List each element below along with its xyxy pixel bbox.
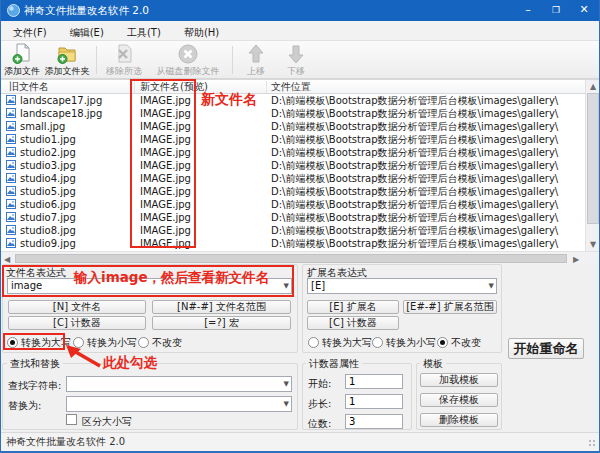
- insert-extension-button[interactable]: [E] 扩展名: [307, 300, 399, 314]
- delete-from-disk-button[interactable]: 从磁盘删除文件: [150, 43, 226, 78]
- remove-selected-button[interactable]: 移除所选: [100, 43, 148, 78]
- move-up-button[interactable]: 上移: [238, 43, 274, 78]
- chevron-down-icon[interactable]: ▼: [284, 279, 289, 293]
- find-replace-title: 查找和替换: [7, 357, 63, 371]
- menu-help[interactable]: 帮助(H): [175, 23, 228, 42]
- old-filename-cell: studio7.jpg: [20, 211, 76, 224]
- horizontal-scrollbar[interactable]: ◀ ▶: [1, 251, 599, 264]
- table-row[interactable]: landscape18.jpg IMAGE.jpg D:\前端模板\Bootst…: [1, 107, 585, 120]
- old-filename-cell: studio1.jpg: [20, 133, 76, 146]
- column-header-old-name[interactable]: 旧文件名: [9, 80, 49, 94]
- annotation-input-hint: 输入image，然后查看新文件名: [74, 269, 269, 287]
- window-title: 神奇文件批量改名软件 2.0: [24, 0, 149, 21]
- table-row[interactable]: studio5.jpg IMAGE.jpg D:\前端模板\Bootstrap数…: [1, 185, 585, 198]
- old-filename-cell: studio3.jpg: [20, 159, 76, 172]
- table-row[interactable]: studio6.jpg IMAGE.jpg D:\前端模板\Bootstrap数…: [1, 198, 585, 211]
- table-row[interactable]: small.jpg IMAGE.jpg D:\前端模板\Bootstrap数据分…: [1, 120, 585, 133]
- table-row[interactable]: studio8.jpg IMAGE.jpg D:\前端模板\Bootstrap数…: [1, 224, 585, 237]
- resize-grip[interactable]: [589, 440, 597, 448]
- extension-expression-input[interactable]: [E]▼: [307, 278, 497, 294]
- add-files-button[interactable]: 添加文件: [2, 43, 42, 78]
- insert-name-button[interactable]: [N] 文件名: [8, 300, 146, 314]
- chevron-down-icon[interactable]: ▼: [284, 377, 289, 391]
- menu-tools[interactable]: 工具(T): [118, 23, 170, 42]
- scroll-right-icon[interactable]: ▶: [573, 255, 579, 264]
- new-filename-cell: IMAGE.jpg: [140, 172, 191, 185]
- chevron-down-icon[interactable]: ▼: [489, 279, 494, 293]
- extension-lowercase-radio[interactable]: 转换为小写: [372, 336, 436, 350]
- scroll-down-icon[interactable]: ▼: [586, 240, 600, 249]
- delete-template-button[interactable]: 删除模板: [420, 413, 498, 427]
- file-path-cell: D:\前端模板\Bootstrap数据分析管理后台模板\images\galle…: [271, 224, 558, 237]
- old-filename-cell: studio9.jpg: [20, 237, 76, 250]
- load-template-button[interactable]: 加载模板: [420, 373, 498, 387]
- old-filename-cell: landscape17.jpg: [20, 94, 102, 107]
- old-filename-cell: landscape18.jpg: [20, 107, 102, 120]
- annotation-new-name-label: 新文件名: [201, 91, 257, 109]
- insert-counter-button[interactable]: [C] 计数器: [8, 316, 146, 330]
- horizontal-scroll-thumb[interactable]: [15, 254, 567, 263]
- table-row[interactable]: studio2.jpg IMAGE.jpg D:\前端模板\Bootstrap数…: [1, 146, 585, 159]
- new-filename-cell: IMAGE.jpg: [140, 107, 191, 120]
- insert-macro-button[interactable]: [=?] 宏: [152, 316, 291, 330]
- vertical-scroll-thumb[interactable]: [587, 93, 599, 224]
- minimize-button[interactable]: –: [514, 0, 542, 21]
- counter-start-label: 开始:: [308, 377, 331, 391]
- counter-title: 计数器属性: [306, 357, 362, 371]
- replace-with-input[interactable]: ▼: [66, 396, 292, 412]
- table-row[interactable]: studio3.jpg IMAGE.jpg D:\前端模板\Bootstrap数…: [1, 159, 585, 172]
- menu-file[interactable]: 文件(F): [4, 23, 56, 42]
- file-path-cell: D:\前端模板\Bootstrap数据分析管理后台模板\images\galle…: [271, 120, 558, 133]
- save-template-button[interactable]: 保存模板: [420, 393, 498, 407]
- counter-step-input[interactable]: [345, 394, 403, 409]
- toolbar-separator: [232, 46, 233, 74]
- status-bar: 神奇文件批量改名软件 2.0: [0, 432, 600, 451]
- new-filename-cell: IMAGE.jpg: [140, 185, 191, 198]
- add-file-icon: [12, 43, 32, 65]
- insert-extension-range-button[interactable]: [E#-#] 扩展名范围: [403, 300, 497, 314]
- find-string-input[interactable]: ▼: [66, 376, 292, 392]
- scroll-up-icon[interactable]: ▲: [586, 82, 600, 91]
- filename-nochange-radio[interactable]: 不改变: [138, 336, 182, 350]
- add-folder-button[interactable]: 添加文件夹: [42, 43, 92, 78]
- toolbar-separator: [96, 46, 97, 74]
- file-path-cell: D:\前端模板\Bootstrap数据分析管理后台模板\images\galle…: [271, 107, 558, 120]
- new-filename-cell: IMAGE.jpg: [140, 224, 191, 237]
- file-path-cell: D:\前端模板\Bootstrap数据分析管理后台模板\images\galle…: [271, 237, 558, 250]
- new-filename-cell: IMAGE.jpg: [140, 120, 191, 133]
- file-path-cell: D:\前端模板\Bootstrap数据分析管理后台模板\images\galle…: [271, 133, 558, 146]
- template-title: 模板: [420, 357, 446, 371]
- case-sensitive-label: 区分大小写: [82, 415, 132, 429]
- move-down-button[interactable]: 下移: [278, 43, 314, 78]
- scroll-left-icon[interactable]: ◀: [4, 255, 10, 264]
- toolbar: 添加文件 添加文件夹 移除所选 从磁盘删除文件: [0, 41, 600, 79]
- counter-start-input[interactable]: [345, 374, 403, 389]
- case-sensitive-checkbox[interactable]: [66, 414, 77, 425]
- extension-uppercase-radio[interactable]: 转换为大写: [308, 336, 372, 350]
- column-header-new-name[interactable]: 新文件名(预览): [140, 80, 208, 94]
- chevron-down-icon[interactable]: ▼: [284, 397, 289, 411]
- column-header-location[interactable]: 文件位置: [271, 80, 311, 94]
- file-rows: landscape17.jpg IMAGE.jpg D:\前端模板\Bootst…: [1, 94, 585, 251]
- status-text: 神奇文件批量改名软件 2.0: [6, 433, 125, 451]
- annotation-arrow-icon: [62, 343, 106, 369]
- title-bar: 神奇文件批量改名软件 2.0 – ❐ ✕: [0, 0, 600, 21]
- extension-nochange-radio[interactable]: 不改变: [437, 336, 481, 350]
- insert-name-range-button[interactable]: [N#-#] 文件名范围: [152, 300, 291, 314]
- remove-selected-icon: [114, 43, 134, 65]
- menu-edit[interactable]: 编辑(E): [61, 23, 113, 42]
- table-row[interactable]: studio9.jpg IMAGE.jpg D:\前端模板\Bootstrap数…: [1, 237, 585, 250]
- table-row[interactable]: studio1.jpg IMAGE.jpg D:\前端模板\Bootstrap数…: [1, 133, 585, 146]
- file-path-cell: D:\前端模板\Bootstrap数据分析管理后台模板\images\galle…: [271, 172, 558, 185]
- close-button[interactable]: ✕: [570, 0, 598, 21]
- start-rename-button[interactable]: 开始重命名: [508, 338, 584, 359]
- app-window: 神奇文件批量改名软件 2.0 – ❐ ✕ 文件(F) 编辑(E) 工具(T) 帮…: [0, 0, 600, 453]
- counter-digits-input[interactable]: [345, 414, 403, 429]
- table-row[interactable]: landscape17.jpg IMAGE.jpg D:\前端模板\Bootst…: [1, 94, 585, 107]
- vertical-scrollbar[interactable]: ▲ ▼: [585, 80, 599, 251]
- table-row[interactable]: studio7.jpg IMAGE.jpg D:\前端模板\Bootstrap数…: [1, 211, 585, 224]
- maximize-button[interactable]: ❐: [542, 0, 570, 21]
- app-logo-icon: [7, 4, 20, 17]
- insert-ext-counter-button[interactable]: [C] 计数器: [307, 316, 399, 330]
- table-row[interactable]: studio4.jpg IMAGE.jpg D:\前端模板\Bootstrap数…: [1, 172, 585, 185]
